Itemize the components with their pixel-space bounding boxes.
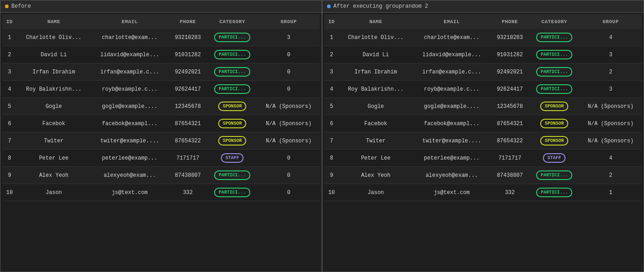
- table-row: 4Roy Balakrishn...royb@example.c...92624…: [2, 81, 320, 98]
- col-header-category: CATEGORY: [207, 15, 258, 29]
- col-header-email: EMAIL: [413, 15, 491, 29]
- category-badge: PARTICI...: [536, 84, 572, 94]
- cell-name: Twiter: [339, 132, 413, 150]
- cell-group: 0: [258, 150, 320, 167]
- cell-phone: 12345678: [491, 98, 529, 115]
- cell-phone: 92492021: [491, 63, 529, 81]
- cell-category: SPONSOR: [207, 115, 258, 132]
- cell-category: PARTICI...: [207, 184, 258, 201]
- table-row: 1Charlotte Oliv...charlotte@exam...93210…: [2, 29, 320, 46]
- cell-name: Irfan Ibrahim: [339, 63, 413, 81]
- cell-name: Irfan Ibrahim: [17, 63, 91, 81]
- cell-category: PARTICI...: [529, 184, 580, 201]
- cell-phone: 12345678: [169, 98, 207, 115]
- cell-id: 7: [324, 132, 339, 150]
- cell-category: SPONSOR: [529, 98, 580, 115]
- cell-name: David Li: [339, 46, 413, 63]
- cell-name: Facebok: [17, 115, 91, 132]
- cell-phone: 92492021: [169, 63, 207, 81]
- category-badge: PARTICI...: [214, 188, 250, 197]
- cell-id: 1: [2, 29, 17, 46]
- cell-name: Peter Lee: [339, 150, 413, 167]
- table-row: 8Peter Leepeterlee@examp...7171717STAFF4: [324, 150, 642, 167]
- data-table: IDNAMEEMAILPHONECATEGORYGROUP1Charlotte …: [2, 15, 320, 201]
- category-badge: PARTICI...: [214, 33, 250, 42]
- cell-group: 0: [258, 46, 320, 63]
- cell-phone: 92624417: [169, 81, 207, 98]
- after-panel-header: After executing grouprandom 2: [322, 0, 644, 13]
- cell-phone: 87654321: [491, 115, 529, 132]
- cell-group: N/A (Sponsors): [258, 132, 320, 150]
- col-header-name: NAME: [339, 15, 413, 29]
- cell-group: 4: [580, 29, 642, 46]
- cell-email: charlotte@exam...: [91, 29, 169, 46]
- col-header-phone: PHONE: [491, 15, 529, 29]
- cell-email: gogle@example....: [413, 98, 491, 115]
- cell-id: 5: [324, 98, 339, 115]
- cell-category: SPONSOR: [529, 132, 580, 150]
- table-container: IDNAMEEMAILPHONECATEGORYGROUP1Charlotte …: [0, 13, 322, 272]
- cell-category: PARTICI...: [207, 63, 258, 81]
- table-row: 10Jasonjs@text.com332PARTICI...0: [2, 184, 320, 201]
- cell-name: Charlotte Oliv...: [17, 29, 91, 46]
- table-row: 8Peter Leepeterlee@examp...7171717STAFF0: [2, 150, 320, 167]
- table-row: 10Jasonjs@text.com332PARTICI...1: [324, 184, 642, 201]
- cell-email: irfan@example.c...: [91, 63, 169, 81]
- category-badge: SPONSOR: [540, 119, 568, 128]
- cell-id: 4: [2, 81, 17, 98]
- cell-email: irfan@example.c...: [413, 63, 491, 81]
- cell-category: STAFF: [207, 150, 258, 167]
- category-badge: PARTICI...: [214, 84, 250, 94]
- cell-category: PARTICI...: [207, 167, 258, 184]
- table-row: 9Alex Yeohalexyeoh@exam...87438807PARTIC…: [2, 167, 320, 184]
- cell-email: royb@example.c...: [413, 81, 491, 98]
- cell-category: PARTICI...: [207, 29, 258, 46]
- table-row: 1Charlotte Oliv...charlotte@exam...93210…: [324, 29, 642, 46]
- table-row: 4Roy Balakrishn...royb@example.c...92624…: [324, 81, 642, 98]
- cell-name: Roy Balakrishn...: [339, 81, 413, 98]
- table-row: 6Facebokfacebok@exampl...87654321SPONSOR…: [324, 115, 642, 132]
- cell-group: 3: [580, 81, 642, 98]
- category-badge: PARTICI...: [536, 67, 572, 77]
- cell-name: David Li: [17, 46, 91, 63]
- col-header-id: ID: [324, 15, 339, 29]
- cell-category: PARTICI...: [529, 29, 580, 46]
- table-row: 2David Lilidavid@example...91031282PARTI…: [2, 46, 320, 63]
- category-badge: SPONSOR: [218, 102, 246, 111]
- cell-phone: 93210283: [169, 29, 207, 46]
- col-header-group: GROUP: [258, 15, 320, 29]
- panel-title: Before: [11, 3, 31, 10]
- cell-group: N/A (Sponsors): [580, 132, 642, 150]
- cell-id: 1: [324, 29, 339, 46]
- col-header-phone: PHONE: [169, 15, 207, 29]
- cell-email: peterlee@examp...: [91, 150, 169, 167]
- cell-name: Jason: [17, 184, 91, 201]
- cell-category: PARTICI...: [207, 46, 258, 63]
- cell-name: Facebok: [339, 115, 413, 132]
- cell-name: Gogle: [339, 98, 413, 115]
- panel-dot: [5, 5, 9, 8]
- category-badge: PARTICI...: [214, 50, 250, 59]
- category-badge: STAFF: [221, 153, 244, 163]
- cell-phone: 93210283: [491, 29, 529, 46]
- cell-group: 0: [258, 167, 320, 184]
- col-header-id: ID: [2, 15, 17, 29]
- category-badge: STAFF: [543, 153, 566, 163]
- cell-category: SPONSOR: [207, 98, 258, 115]
- cell-group: N/A (Sponsors): [580, 98, 642, 115]
- cell-phone: 91031282: [491, 46, 529, 63]
- table-row: 2David Lilidavid@example...91031282PARTI…: [324, 46, 642, 63]
- cell-email: lidavid@example...: [413, 46, 491, 63]
- cell-id: 3: [2, 63, 17, 81]
- cell-id: 6: [2, 115, 17, 132]
- cell-id: 3: [324, 63, 339, 81]
- cell-id: 6: [324, 115, 339, 132]
- cell-category: PARTICI...: [529, 63, 580, 81]
- col-header-name: NAME: [17, 15, 91, 29]
- cell-id: 5: [2, 98, 17, 115]
- cell-id: 9: [324, 167, 339, 184]
- cell-email: facebok@exampl...: [91, 115, 169, 132]
- cell-name: Gogle: [17, 98, 91, 115]
- cell-category: SPONSOR: [207, 132, 258, 150]
- table-row: 7Twitertwiter@example....87654322SPONSOR…: [2, 132, 320, 150]
